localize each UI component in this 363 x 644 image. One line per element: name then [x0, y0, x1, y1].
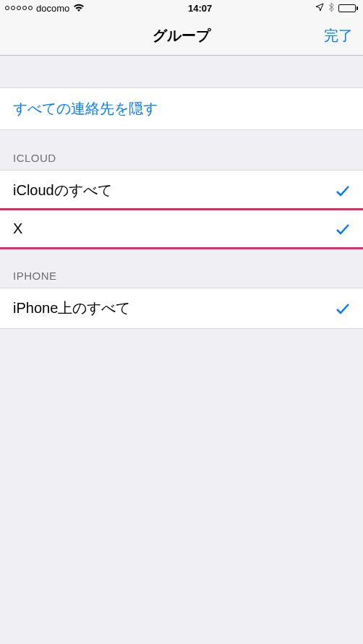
list-item-iphone-all[interactable]: iPhone上のすべて	[0, 288, 363, 328]
list-item-x[interactable]: X	[0, 208, 363, 249]
spacer	[0, 56, 363, 87]
section-header-icloud: ICLOUD	[0, 130, 363, 170]
status-left: docomo	[5, 3, 85, 14]
wifi-icon	[73, 4, 85, 12]
location-icon	[315, 3, 324, 14]
iphone-list: iPhone上のすべて	[0, 288, 363, 329]
list-item-label: iPhone上のすべて	[13, 299, 130, 318]
nav-bar: グループ 完了	[0, 16, 363, 56]
icloud-list: iCloudのすべて X	[0, 170, 363, 248]
checkmark-icon	[336, 302, 350, 315]
checkmark-icon	[336, 223, 350, 236]
page-title: グループ	[153, 26, 210, 46]
list-item-label: X	[13, 220, 22, 237]
list-item-icloud-all[interactable]: iCloudのすべて	[0, 171, 363, 210]
carrier-label: docomo	[36, 3, 69, 14]
hide-all-contacts-row[interactable]: すべての連絡先を隠す	[0, 87, 363, 130]
list-item-label: iCloudのすべて	[13, 181, 112, 200]
bluetooth-icon	[328, 2, 334, 14]
status-bar: docomo 14:07	[0, 0, 363, 16]
hide-all-contacts-label: すべての連絡先を隠す	[13, 100, 158, 116]
status-right	[315, 2, 358, 14]
battery-icon	[338, 4, 358, 12]
signal-strength-icon	[5, 6, 33, 10]
clock-label: 14:07	[188, 3, 212, 14]
device-screen: docomo 14:07 グループ 完了 すべての連絡先を隠す ICLOUD	[0, 0, 363, 644]
done-button[interactable]: 完了	[324, 26, 353, 46]
section-header-iphone: IPHONE	[0, 248, 363, 288]
checkmark-icon	[336, 184, 350, 197]
